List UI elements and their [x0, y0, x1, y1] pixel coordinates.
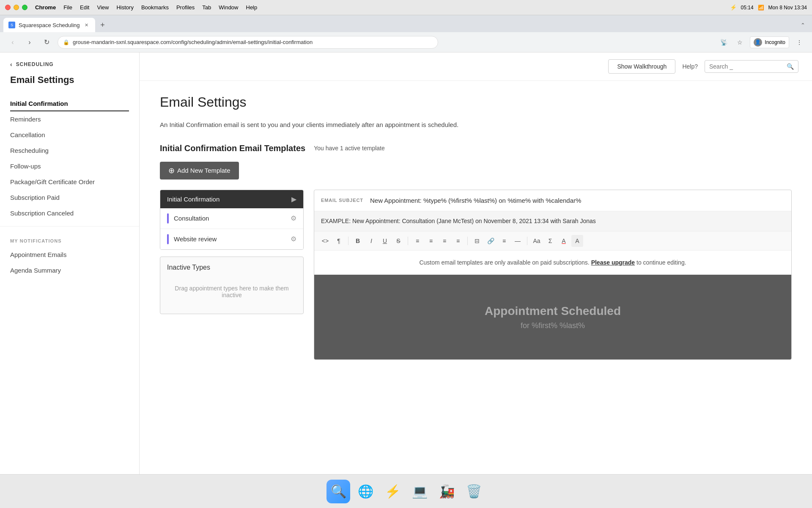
dock: 🔍 🌐 ⚡ 💻 🚂 🗑️ — [0, 474, 812, 508]
toolbar-link-button[interactable]: 🔗 — [485, 235, 497, 247]
incognito-label: Incognito — [765, 39, 785, 45]
sidebar: ‹ SCHEDULING Email Settings Initial Conf… — [0, 52, 140, 508]
description-text: An Initial Confirmation email is sent to… — [160, 120, 792, 130]
email-subject-input[interactable] — [370, 190, 785, 211]
template-item-consultation[interactable]: Consultation ⚙ — [160, 208, 303, 229]
email-subject-row: EMAIL SUBJECT — [314, 190, 791, 211]
template-settings-icon-website-review[interactable]: ⚙ — [291, 235, 296, 243]
sidebar-item-rescheduling[interactable]: Rescheduling — [10, 143, 129, 158]
toolbar-code-button[interactable]: <> — [319, 235, 331, 247]
toolbar-hr-button[interactable]: — — [512, 235, 524, 247]
clock: Mon 8 Nov 13:34 — [768, 5, 807, 11]
tab-close-button[interactable]: ✕ — [83, 22, 90, 28]
toolbar-italic-button[interactable]: I — [365, 235, 377, 247]
dock-item-trash[interactable]: 🗑️ — [462, 480, 486, 503]
toolbar-ol-button[interactable]: ≡ — [425, 235, 437, 247]
address-bar: ‹ › ↻ 🔒 grouse-mandarin-sxnl.squarespace… — [0, 32, 812, 52]
toolbar-indent-button[interactable]: ≡ — [439, 235, 450, 247]
search-input[interactable] — [709, 63, 783, 70]
menu-bookmarks[interactable]: Bookmarks — [141, 4, 169, 11]
show-walkthrough-button[interactable]: Show Walkthrough — [608, 59, 675, 74]
toolbar-bg-color-button[interactable]: A — [571, 235, 583, 247]
sidebar-item-reminders[interactable]: Reminders — [10, 111, 129, 127]
sidebar-item-follow-ups[interactable]: Follow-ups — [10, 158, 129, 174]
menu-history[interactable]: History — [116, 4, 133, 11]
toolbar-paragraph-button[interactable]: ¶ — [333, 235, 345, 247]
url-bar[interactable]: 🔒 grouse-mandarin-sxnl.squarespace.com/c… — [58, 36, 438, 49]
menu-file[interactable]: File — [63, 4, 72, 11]
dock-item-chrome[interactable]: 🌐 — [354, 480, 377, 503]
back-arrow-icon: ‹ — [10, 61, 13, 68]
dock-item-app4[interactable]: 🚂 — [435, 480, 458, 503]
new-tab-button[interactable]: + — [97, 19, 109, 31]
template-item-name-consultation: Consultation — [174, 215, 285, 222]
toolbar-separator-2 — [408, 237, 408, 245]
example-text: EXAMPLE: New Appointment: Consultation (… — [314, 211, 791, 232]
template-box-active: Initial Confirmation ▶ Consultation ⚙ We… — [160, 190, 304, 250]
cast-button[interactable]: 📡 — [718, 36, 730, 48]
sidebar-item-subscription-paid[interactable]: Subscription Paid — [10, 190, 129, 205]
sidebar-item-appointment-emails[interactable]: Appointment Emails — [10, 247, 129, 262]
template-settings-icon-consultation[interactable]: ⚙ — [291, 214, 296, 222]
battery-icon: ⚡ — [730, 4, 737, 11]
menu-bar: Chrome File Edit View History Bookmarks … — [35, 4, 257, 11]
toolbar-separator-3 — [467, 237, 468, 245]
menu-tab[interactable]: Tab — [202, 4, 211, 11]
dock-item-app3[interactable]: 💻 — [408, 480, 431, 503]
add-template-button[interactable]: ⊕ Add New Template — [160, 162, 239, 179]
plus-icon: ⊕ — [168, 166, 175, 175]
email-panel: EMAIL SUBJECT EXAMPLE: New Appointment: … — [314, 190, 792, 360]
toolbar-strikethrough-button[interactable]: S — [392, 235, 404, 247]
dock-item-finder[interactable]: 🔍 — [326, 480, 350, 503]
traffic-lights[interactable] — [5, 5, 27, 10]
bookmark-button[interactable]: ☆ — [734, 36, 746, 48]
menu-help[interactable]: Help — [246, 4, 258, 11]
close-button[interactable] — [5, 5, 11, 10]
sidebar-item-cancellation[interactable]: Cancellation — [10, 127, 129, 143]
chrome-menu-button[interactable]: ⋮ — [793, 36, 805, 48]
menu-profiles[interactable]: Profiles — [176, 4, 195, 11]
menu-edit[interactable]: Edit — [80, 4, 89, 11]
upgrade-suffix: to continue editing. — [636, 259, 686, 266]
content-body: Email Settings An Initial Confirmation e… — [140, 81, 812, 373]
forward-button[interactable]: › — [24, 36, 36, 48]
toolbar-font-color-button[interactable]: A — [558, 235, 570, 247]
main-content: Show Walkthrough Help? 🔍 Email Settings … — [140, 52, 812, 508]
help-link[interactable]: Help? — [682, 63, 698, 70]
scheduling-back-link[interactable]: ‹ SCHEDULING — [0, 52, 139, 75]
sidebar-item-initial-confirmation[interactable]: Initial Confirmation — [10, 96, 129, 111]
toolbar-underline-button[interactable]: U — [379, 235, 391, 247]
top-bar: Show Walkthrough Help? 🔍 — [140, 52, 812, 81]
template-item-website-review[interactable]: Website review ⚙ — [160, 229, 303, 249]
toolbar-image-button[interactable]: ⊟ — [471, 235, 483, 247]
search-icon: 🔍 — [787, 63, 794, 70]
address-bar-right: 📡 ☆ 👤 Incognito ⋮ — [718, 36, 805, 48]
search-bar[interactable]: 🔍 — [705, 60, 798, 73]
menu-right: ⚡ 05:14 📶 Mon 8 Nov 13:34 — [730, 4, 807, 11]
sidebar-item-agenda-summary[interactable]: Agenda Summary — [10, 262, 129, 278]
back-button[interactable]: ‹ — [7, 36, 19, 48]
sidebar-item-package-gift[interactable]: Package/Gift Certificate Order — [10, 174, 129, 190]
template-expand-icon[interactable]: ▶ — [291, 195, 296, 203]
item-active-indicator — [167, 213, 169, 224]
toolbar-outdent-button[interactable]: ≡ — [452, 235, 464, 247]
toolbar-font-size-button[interactable]: Aa — [531, 235, 543, 247]
refresh-button[interactable]: ↻ — [41, 36, 52, 48]
toolbar-bold-button[interactable]: B — [352, 235, 364, 247]
menu-window[interactable]: Window — [219, 4, 238, 11]
incognito-button[interactable]: 👤 Incognito — [750, 36, 789, 48]
chrome-tab-active[interactable]: S Squarespace Scheduling ✕ — [3, 18, 95, 32]
menu-view[interactable]: View — [97, 4, 109, 11]
wifi-icon: 📶 — [758, 5, 764, 11]
fullscreen-button[interactable] — [22, 5, 27, 10]
toolbar-ul-button[interactable]: ≡ — [411, 235, 423, 247]
chrome-minimize[interactable]: ⌃ — [799, 20, 807, 30]
sidebar-divider — [0, 226, 139, 226]
minimize-button[interactable] — [14, 5, 19, 10]
dock-item-app2[interactable]: ⚡ — [381, 480, 404, 503]
upgrade-link[interactable]: Please upgrade — [591, 259, 635, 266]
toolbar-align-button[interactable]: ≡ — [498, 235, 510, 247]
sidebar-item-subscription-canceled[interactable]: Subscription Canceled — [10, 205, 129, 221]
preview-title: Appointment Scheduled — [485, 304, 621, 318]
toolbar-formula-button[interactable]: Σ — [544, 235, 556, 247]
